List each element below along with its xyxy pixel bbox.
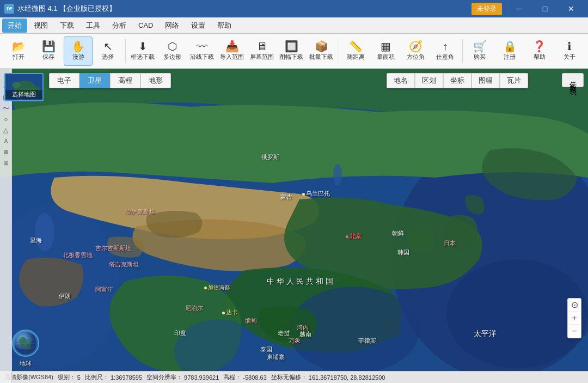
status-scale: 比例尺： 1:36978595 [85,373,142,381]
tool-polygon-label: 多边形 [163,53,181,61]
measure-dist-icon: 📏 [349,41,363,52]
resolution-value: 9783.939621 [184,374,219,381]
tool-measure-dist-label: 测距离 [347,53,365,61]
toolbar-separator-2 [339,39,339,63]
login-button[interactable]: 未登录 [471,3,502,15]
scale-label: 比例尺： [85,373,109,381]
tab-coordinate[interactable]: 坐标 [443,73,471,88]
tab-satellite[interactable]: 卫星 [79,73,110,88]
menu-item-start[interactable]: 开始 [2,19,27,33]
tool-about[interactable]: ℹ 关于 [555,37,584,66]
toolbar: 📂 打开 💾 保存 ✋ 漫游 ↖ 选择 ⬇ 框选下载 ⬡ 多边形 〰 沿线下载 … [0,34,588,69]
tool-open[interactable]: 📂 打开 [4,37,33,66]
tile-width-icon: 🔲 [285,41,298,52]
tool-true-north-label: 仕意角 [436,53,454,61]
contour-icon: 〰 [197,41,207,52]
maximize-button[interactable]: □ [532,0,558,17]
map-background: 俄罗斯 蒙古 哈萨克斯坦 中华人民共和国 朝鲜 韩国 印度 尼泊尔 北极香雪地 … [0,69,588,371]
scale-value: 1:36978595 [111,374,142,381]
menu-item-analyze[interactable]: 分析 [107,19,132,33]
menu-item-download[interactable]: 下载 [54,19,79,33]
map-tabs: 电子 卫星 高程 地形 [49,73,171,88]
tool-open-label: 打开 [13,53,24,61]
tab-electronic[interactable]: 电子 [49,73,79,88]
menu-item-help[interactable]: 帮助 [212,19,237,33]
svg-point-15 [27,339,32,342]
tool-save-label: 保存 [42,53,54,61]
tool-save[interactable]: 💾 保存 [34,37,63,66]
select-icon: ↖ [103,41,113,52]
zoom-out-button[interactable]: − [568,325,581,338]
zoom-in-button[interactable]: + [568,312,581,325]
level-value: 5 [77,374,81,381]
polygon-icon: ⬡ [168,41,177,52]
map-canvas[interactable]: 俄罗斯 蒙古 哈萨克斯坦 中华人民共和国 朝鲜 韩国 印度 尼泊尔 北极香雪地 … [0,69,588,371]
menu-item-network[interactable]: 网络 [160,19,185,33]
tool-roam[interactable]: ✋ 漫游 [64,37,93,66]
tab-tile-map[interactable]: 图幅 [471,73,500,88]
tool-contour[interactable]: 〰 沿线下载 [188,37,217,66]
left-tool-circle[interactable]: ○ [1,114,11,124]
tab-terrain[interactable]: 地形 [140,73,171,88]
zoom-reset-button[interactable]: ⊙ [568,299,581,312]
tool-import-range[interactable]: 📥 导入范围 [218,37,247,66]
left-tool-grid[interactable]: ⊞ [1,158,11,168]
tab-tile[interactable]: 瓦片 [500,73,528,88]
map-thumbnail-label: 选择地图 [5,90,42,99]
left-tool-plus-circle[interactable]: ⊕ [1,147,11,157]
left-tool-triangle[interactable]: △ [1,125,11,135]
menu-item-tools[interactable]: 工具 [81,19,106,33]
menu-item-view[interactable]: 视图 [28,19,53,33]
tab-place-name[interactable]: 地名 [387,73,415,88]
globe-icon[interactable] [12,330,39,357]
tool-purchase-label: 购买 [474,53,486,61]
svg-point-10 [12,82,21,88]
map-area[interactable]: 俄罗斯 蒙古 哈萨克斯坦 中华人民共和国 朝鲜 韩国 印度 尼泊尔 北极香雪地 … [0,69,588,371]
tool-register[interactable]: 🔒 注册 [495,37,524,66]
register-icon: 🔒 [503,41,517,52]
map-thumbnail[interactable]: 选择地图 [4,73,44,101]
menu-item-settings[interactable]: 设置 [186,19,211,33]
tool-screen-range[interactable]: 🖥 屏幕范围 [247,37,276,66]
tool-measure-dist[interactable]: 📏 测距离 [341,37,370,66]
tool-box-download[interactable]: ⬇ 框选下载 [128,37,157,66]
import-range-icon: 📥 [225,41,239,52]
tab-elevation[interactable]: 高程 [110,73,140,88]
task-list-button[interactable]: 任务列表 [562,73,584,87]
purchase-icon: 🛒 [473,41,487,52]
tool-batch-download[interactable]: 📦 批量下载 [307,37,336,66]
tool-import-range-label: 导入范围 [220,53,244,61]
zoom-controls: ⊙ + − [567,298,581,338]
app-title-text: 水经微图 4.1 【企业版已授权】 [17,4,116,14]
bearing-icon: 🧭 [409,41,422,52]
tool-polygon[interactable]: ⬡ 多边形 [158,37,187,66]
tool-tile-width[interactable]: 🔲 图幅下载 [277,37,306,66]
batch-download-icon: 📦 [315,41,328,52]
save-icon: 💾 [42,41,56,52]
left-tool-text[interactable]: Ａ [1,136,11,146]
status-level: 级别： 5 [58,373,81,381]
close-button[interactable]: ✕ [559,0,584,17]
coord-label: 坐标无偏移： [271,373,307,381]
left-tool-wave[interactable]: 〜 [1,104,11,113]
tool-measure-area[interactable]: ▦ 量面积 [371,37,400,66]
map-right-controls: 地名 区划 坐标 图幅 瓦片 [387,73,528,88]
elevation-value: -5808.63 [243,374,266,381]
app-title: 🗺 水经微图 4.1 【企业版已授权】 [4,4,116,14]
svg-point-7 [446,259,588,368]
menu-item-cad[interactable]: CAD [133,19,158,32]
tool-help[interactable]: ❓ 帮助 [525,37,554,66]
tab-district[interactable]: 区划 [415,73,443,88]
tool-contour-label: 沿线下载 [190,53,214,61]
coord-value: 161.36718750, 28.82812500 [309,374,385,381]
box-download-icon: ⬇ [138,41,148,52]
tool-bearing[interactable]: 🧭 方位角 [401,37,430,66]
tool-box-download-label: 框选下载 [131,53,155,61]
tool-roam-label: 漫游 [72,53,84,61]
tool-purchase[interactable]: 🛒 购买 [465,37,494,66]
tool-select[interactable]: ↖ 选择 [94,37,122,66]
tool-true-north[interactable]: ↑ 仕意角 [431,37,460,66]
roam-icon: ✋ [71,41,85,52]
toolbar-separator-1 [125,39,126,63]
minimize-button[interactable]: ─ [506,0,531,17]
